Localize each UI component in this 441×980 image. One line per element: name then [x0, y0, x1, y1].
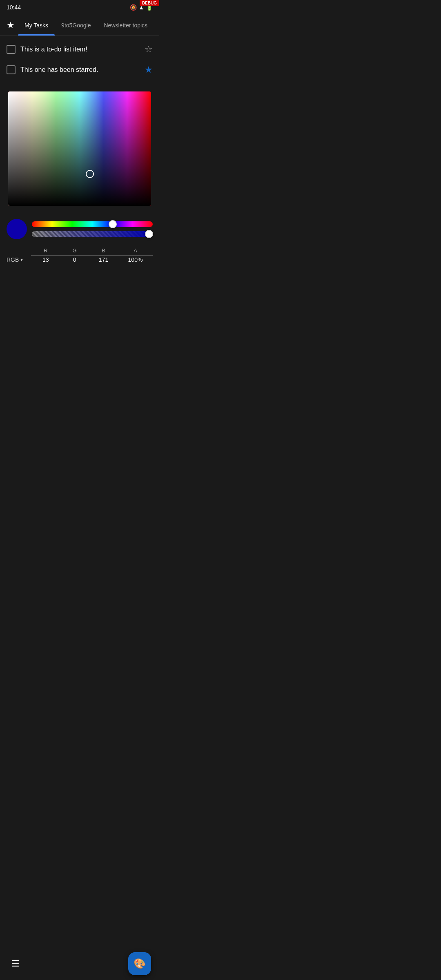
tab-9to5google[interactable]: 9to5Google [55, 15, 97, 36]
task-text-1: This is a to-do list item! [20, 46, 140, 53]
g-channel-label: G [73, 247, 77, 254]
status-time: 10:44 [7, 4, 21, 11]
top-nav: ★ My Tasks 9to5Google Newsletter topics … [0, 15, 159, 36]
b-channel-label: B [102, 247, 105, 254]
rgb-values: R G B A [31, 247, 153, 263]
color-mode-label: RGB [7, 256, 19, 263]
notification-icon: 🔕 [130, 4, 137, 11]
r-channel-value[interactable] [31, 256, 60, 263]
task-item-1[interactable]: This is a to-do list item! ☆ [0, 39, 159, 60]
r-channel-label: R [44, 247, 47, 254]
hue-slider[interactable] [32, 221, 153, 227]
tab-my-tasks[interactable]: My Tasks [18, 15, 55, 36]
rgb-mode-row: RGB ▾ R G B A [0, 244, 159, 268]
tab-newsletter-topics[interactable]: Newsletter topics [98, 15, 154, 36]
b-channel-value[interactable] [89, 256, 118, 263]
alpha-slider-thumb[interactable] [145, 230, 153, 238]
task-star-1[interactable]: ☆ [145, 44, 153, 55]
task-star-2[interactable]: ★ [145, 65, 153, 75]
sliders-column [32, 221, 153, 237]
tab-we[interactable]: We... [154, 15, 156, 36]
status-bar: 10:44 🔕 ▲ 🔋 [0, 0, 159, 15]
color-preview-swatch [7, 219, 27, 239]
task-text-2: This one has been starred. [20, 66, 140, 74]
color-mode-selector[interactable]: RGB ▾ [7, 256, 28, 263]
alpha-slider[interactable] [32, 231, 153, 237]
color-picker [8, 91, 151, 206]
rgb-channel-r[interactable]: R [31, 247, 60, 263]
hue-slider-thumb[interactable] [109, 220, 117, 228]
rgb-channel-a[interactable]: A [118, 247, 153, 263]
favorites-star-icon[interactable]: ★ [3, 17, 18, 34]
a-channel-value[interactable] [118, 256, 153, 263]
g-channel-value[interactable] [60, 256, 89, 263]
rgb-channel-g[interactable]: G [60, 247, 89, 263]
task-checkbox-1[interactable] [7, 45, 16, 54]
a-channel-label: A [134, 247, 137, 254]
nav-tabs: My Tasks 9to5Google Newsletter topics We… [18, 15, 156, 36]
task-item-2[interactable]: This one has been starred. ★ [0, 60, 159, 80]
color-gradient-canvas[interactable] [8, 91, 151, 206]
color-mode-arrow: ▾ [20, 257, 23, 263]
rgb-channel-b[interactable]: B [89, 247, 118, 263]
color-cursor[interactable] [86, 170, 94, 178]
debug-badge: DEBUG [140, 0, 159, 6]
task-checkbox-2[interactable] [7, 65, 16, 74]
sliders-area [0, 214, 159, 244]
task-list: This is a to-do list item! ☆ This one ha… [0, 36, 159, 83]
